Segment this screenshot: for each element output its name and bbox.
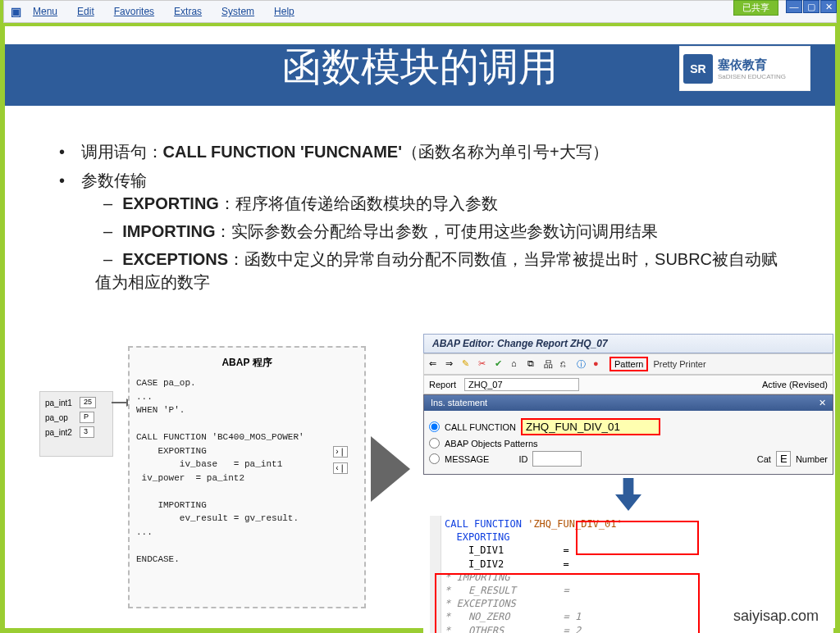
lower-area: pa_int125 pa_opP pa_int23 ABAP 程序 CASE p… [30, 338, 830, 623]
logo: SR 塞依教育 SaDISEN EDUCATING [679, 46, 810, 91]
sub-bullet: IMPORTING：实际参数会分配给导出参数，可使用这些参数访问调用结果 [95, 220, 794, 243]
minimize-button[interactable]: — [786, 0, 802, 13]
slide-controls[interactable]: ◄ / ≡ ► [13, 617, 43, 626]
slide: 函数模块的调用 SR 塞依教育 SaDISEN EDUCATING 调用语句：C… [5, 26, 835, 628]
info-icon[interactable]: ⓘ [577, 358, 588, 370]
fwd-icon[interactable]: ⇒ [445, 358, 457, 370]
content: 调用语句：CALL FUNCTION 'FUNCNAME'（函数名称为单引号+大… [5, 125, 835, 294]
tool-icon[interactable]: 品 [544, 358, 555, 370]
abap-code: CASE pa_op. ... WHEN 'P'. CALL FUNCTION … [136, 376, 358, 566]
menu-item[interactable]: Help [266, 4, 303, 19]
big-arrow-icon [615, 478, 641, 511]
left-diagram: pa_int125 pa_opP pa_int23 ABAP 程序 CASE p… [30, 346, 415, 617]
sap-editor-title: ABAP Editor: Change Report ZHQ_07 [423, 334, 833, 353]
sap-toolbar: ⇐ ⇒ ✎ ✂ ✔ ⌂ ⧉ 品 ⎌ ⓘ ● Pattern Pretty Pri… [423, 353, 833, 375]
tool-icon[interactable]: ⎌ [560, 358, 572, 370]
menu-item[interactable]: Menu [25, 4, 66, 19]
logo-en: SaDISEN EDUCATING [718, 73, 786, 80]
close-button[interactable]: ✕ [820, 0, 837, 13]
footer-brand: saiyisap.com [733, 608, 819, 625]
menu-item[interactable]: Extras [166, 4, 210, 19]
opt-abap-objects[interactable] [429, 438, 440, 449]
sub-bullet: EXCEPTIONS：函数中定义的异常自动分配不同数值，当异常被提出时，SUBR… [95, 248, 794, 294]
dialog-close-icon[interactable]: ✕ [819, 398, 826, 408]
in-icon: ‹❘ [333, 462, 348, 474]
share-tag: 已共享 [733, 0, 778, 16]
input-panel: pa_int125 pa_opP pa_int23 [39, 391, 113, 457]
app-icon: ▣ [11, 5, 21, 18]
pretty-printer-button[interactable]: Pretty Printer [653, 359, 705, 369]
tool-icon[interactable]: ✔ [495, 358, 506, 370]
menu-item[interactable]: System [213, 4, 262, 19]
bullet: 调用语句：CALL FUNCTION 'FUNCNAME'（函数名称为单引号+大… [46, 141, 794, 163]
pattern-button[interactable]: Pattern [609, 357, 648, 371]
logo-cn: 塞依教育 [718, 57, 786, 73]
out-icon: ›❘ [333, 446, 348, 458]
bullet: 参数传输 EXPORTING：程序将值传递给函数模块的导入参数 IMPORTIN… [46, 170, 794, 294]
report-row: Report Active (Revised) [423, 375, 833, 394]
report-name-input[interactable] [464, 378, 579, 391]
sub-bullet: EXPORTING：程序将值传递给函数模块的导入参数 [95, 192, 794, 215]
menu-item[interactable]: Edit [69, 4, 103, 19]
menu-item[interactable]: Favorites [106, 4, 162, 19]
opt-message[interactable] [429, 453, 440, 464]
breakpoint-icon[interactable]: ● [593, 358, 605, 370]
tool-icon[interactable]: ⧉ [527, 358, 539, 370]
maximize-button[interactable]: ▢ [803, 0, 819, 13]
sap-panel: ABAP Editor: Change Report ZHQ_07 ⇐ ⇒ ✎ … [423, 334, 833, 633]
tool-icon[interactable]: ✂ [478, 358, 490, 370]
insert-statement-dialog: Ins. statement✕ CALL FUNCTION ABAP Objec… [423, 394, 833, 475]
opt-call-function[interactable] [429, 421, 440, 432]
logo-mark: SR [683, 54, 713, 84]
menu-bar: ▣ Menu Edit Favorites Extras System Help [3, 0, 837, 23]
function-name-input[interactable] [521, 418, 660, 435]
back-icon[interactable]: ⇐ [429, 358, 441, 370]
triangle-icon [371, 436, 410, 502]
abap-code-box: ABAP 程序 CASE pa_op. ... WHEN 'P'. CALL F… [128, 346, 366, 608]
window-controls: — ▢ ✕ [785, 0, 837, 13]
msg-cat-input[interactable] [776, 451, 791, 467]
tool-icon[interactable]: ✎ [462, 358, 473, 370]
tool-icon[interactable]: ⌂ [511, 358, 523, 370]
title-bar: 函数模块的调用 SR 塞依教育 SaDISEN EDUCATING [5, 26, 835, 125]
msg-id-input[interactable] [532, 451, 582, 467]
